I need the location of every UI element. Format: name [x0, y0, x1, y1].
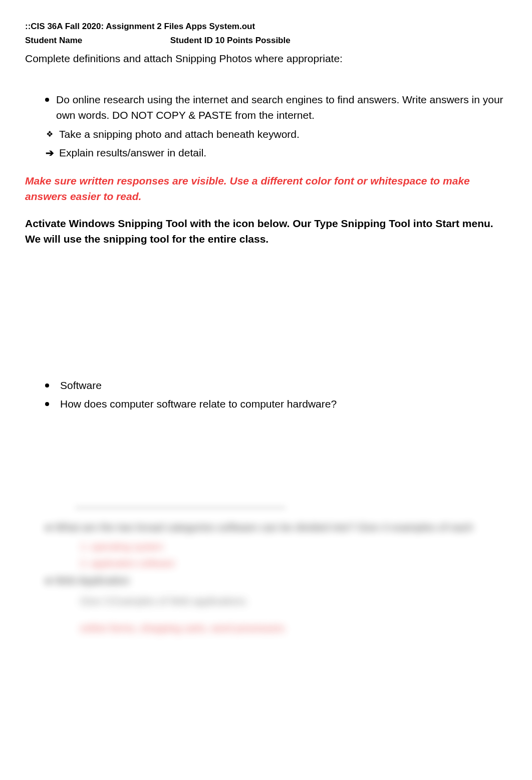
question-item: How does computer software relate to com…	[45, 396, 507, 412]
bullet-diamond-icon: ❖	[45, 130, 54, 139]
bullet-disc-icon	[45, 98, 49, 102]
question-text: How does computer software relate to com…	[60, 396, 337, 412]
instruction-text: Explain results/answer in detail.	[59, 145, 206, 161]
instruction-item: ➔ Explain results/answer in detail.	[45, 145, 507, 161]
visibility-note: Make sure written responses are visible.…	[25, 173, 507, 205]
blur-answer: 1. operating system	[80, 540, 507, 554]
blur-answer: online forms, shopping carts, word proce…	[80, 621, 507, 636]
intro-text: Complete definitions and attach Snipping…	[25, 51, 507, 67]
blur-question: ● What are the two broad categories soft…	[45, 519, 507, 535]
course-header: ::CIS 36A Fall 2020: Assignment 2 Files …	[25, 20, 507, 33]
bullet-disc-icon	[45, 402, 49, 406]
student-header: Student Name Student ID 10 Points Possib…	[25, 34, 507, 47]
blurred-content: ● What are the two broad categories soft…	[25, 519, 507, 636]
blur-question: ● Web Application	[45, 572, 507, 589]
instruction-item: Do online research using the internet an…	[45, 92, 507, 123]
question-item: Software	[45, 377, 507, 394]
student-name-label: Student Name	[25, 34, 168, 47]
blurred-divider	[75, 507, 286, 508]
blur-answer: 2. application software	[80, 556, 507, 571]
bullet-arrow-icon: ➔	[45, 148, 54, 157]
questions-list: Software How does computer software rela…	[45, 377, 507, 412]
student-id-label: Student ID 10 Points Possible	[170, 36, 291, 45]
blur-subquestion: Give 3 Examples of Web applications	[80, 594, 507, 609]
instruction-item: ❖ Take a snipping photo and attach benea…	[45, 126, 507, 142]
bullet-disc-icon	[45, 383, 49, 387]
question-text: Software	[60, 377, 102, 394]
instruction-text: Do online research using the internet an…	[56, 92, 507, 123]
activate-instructions: Activate Windows Snipping Tool with the …	[25, 216, 507, 247]
instructions-list: Do online research using the internet an…	[45, 92, 507, 161]
instruction-text: Take a snipping photo and attach beneath…	[59, 126, 300, 142]
